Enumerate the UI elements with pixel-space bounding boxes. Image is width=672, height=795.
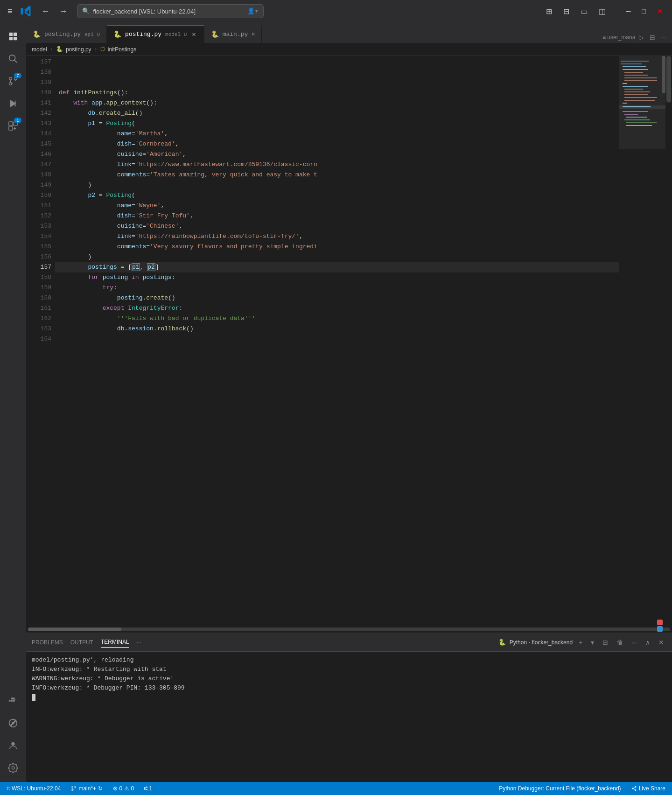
line-num-145: 145	[26, 139, 51, 149]
hamburger-button[interactable]: ≡	[6, 5, 14, 18]
breadcrumb-model[interactable]: model	[32, 46, 47, 53]
tab-posting-api[interactable]: 🐍 posting.py api U	[26, 25, 107, 43]
status-errors[interactable]: ⊗ 0 ⚠ 0	[110, 784, 137, 793]
layout-toggle[interactable]: ◫	[595, 5, 609, 18]
tab-main-subtitle: M	[252, 32, 255, 37]
sidebar-item-docker[interactable]	[3, 690, 23, 711]
code-line-141: with app.app_context():	[55, 98, 619, 108]
code-line-158: for posting in postings:	[55, 272, 619, 283]
svg-rect-14	[9, 700, 11, 702]
code-content[interactable]: def initPostings(): with app.app_context…	[55, 56, 619, 626]
close-button[interactable]: ✕	[653, 6, 666, 17]
svg-rect-47	[626, 125, 652, 126]
panel-tab-problems[interactable]: PROBLEMS	[32, 637, 63, 648]
new-terminal-button[interactable]: +	[576, 637, 585, 648]
sidebar-item-explorer[interactable]	[3, 26, 23, 47]
svg-rect-10	[15, 101, 16, 107]
svg-rect-27	[623, 69, 648, 70]
code-line-138	[55, 67, 619, 77]
code-line-151: name='Wayne',	[55, 201, 619, 211]
status-wsl[interactable]: ⌗ WSL: Ubuntu-22.04	[4, 784, 63, 793]
sidebar-item-source-control[interactable]: 7	[3, 71, 23, 91]
line-num-161: 161	[26, 303, 51, 314]
terminal-close-button[interactable]: ✕	[656, 637, 666, 648]
svg-rect-25	[621, 63, 642, 64]
sidebar-item-run[interactable]	[3, 93, 23, 114]
terminal-more-button[interactable]: ···	[629, 637, 639, 648]
scrollbar-thumb[interactable]	[666, 56, 671, 103]
code-line-164	[55, 334, 619, 344]
status-branch[interactable]: main*+ ↻	[68, 784, 105, 793]
panel-tab-terminal[interactable]: TERMINAL	[101, 637, 129, 648]
vscode-logo	[20, 5, 32, 17]
sidebar-item-settings[interactable]	[3, 758, 23, 778]
sidebar-item-remote[interactable]	[3, 713, 23, 733]
horizontal-scrollbar[interactable]	[26, 626, 672, 633]
panel-tab-output[interactable]: OUTPUT	[70, 637, 93, 648]
svg-point-4	[9, 55, 15, 61]
terminal-chevron-up[interactable]: ∧	[643, 637, 652, 648]
trash-terminal-button[interactable]: 🗑	[614, 637, 625, 648]
panel-tab-more[interactable]: ···	[137, 637, 141, 648]
minimap-svg	[619, 56, 665, 457]
breadcrumb-func[interactable]: initPostings	[108, 46, 136, 53]
tab-main-icon: 🐍	[211, 30, 219, 38]
terminal-dropdown[interactable]: ▾	[588, 637, 596, 648]
sidebar-item-search[interactable]	[3, 49, 23, 69]
svg-rect-32	[623, 83, 627, 84]
split-terminal-button[interactable]: ⊟	[600, 637, 610, 648]
svg-rect-0	[9, 33, 13, 36]
line-num-144: 144	[26, 129, 51, 139]
vertical-scrollbar[interactable]	[665, 56, 672, 626]
live-share-label: Live Share	[639, 785, 665, 792]
scrollbar-h-track[interactable]	[28, 628, 670, 631]
minimize-button[interactable]: ─	[623, 6, 635, 17]
status-live-share[interactable]: Live Share	[629, 784, 668, 793]
back-button[interactable]: ←	[38, 5, 54, 18]
sidebar-item-account[interactable]	[3, 735, 23, 756]
line-num-137: 137	[26, 57, 51, 67]
code-editor[interactable]: 137 138 139 140 141 142 143 144 145 146 …	[26, 56, 672, 626]
svg-point-51	[72, 789, 73, 791]
branch-label: main*+	[78, 785, 96, 792]
terminal-line-1: model/posting.py', reloading	[32, 656, 666, 665]
breadcrumb-file[interactable]: posting.py	[66, 46, 91, 53]
panel-toggle[interactable]: ▭	[577, 5, 591, 18]
code-line-144: name='Martha',	[55, 129, 619, 139]
tab-close-button[interactable]: ✕	[190, 30, 197, 39]
sidebar-item-extensions[interactable]: 1	[3, 116, 23, 136]
code-line-137	[55, 57, 619, 67]
line-num-158: 158	[26, 272, 51, 283]
code-line-152: dish='Stir Fry Tofu',	[55, 211, 619, 221]
layout-button[interactable]: ⊞	[542, 5, 556, 18]
breadcrumb-sep2: ›	[94, 46, 98, 53]
code-line-140: def initPostings():	[55, 88, 619, 98]
sidebar-toggle[interactable]: ⊟	[560, 5, 573, 18]
terminal-line-cursor	[32, 693, 666, 702]
maximize-button[interactable]: □	[638, 6, 650, 17]
minimap	[619, 56, 665, 626]
svg-point-50	[75, 787, 76, 788]
split-editor-button[interactable]: ⊟	[648, 32, 657, 43]
tab-subtitle-active: model U	[165, 32, 187, 37]
line-num-141: 141	[26, 98, 51, 108]
terminal-content[interactable]: model/posting.py', reloading INFO:werkze…	[26, 652, 672, 782]
tab-icon-active: 🐍	[113, 30, 121, 38]
status-port[interactable]: ⑆ 1	[141, 784, 155, 793]
line-num-159: 159	[26, 283, 51, 293]
remote-icon: ⌗	[7, 785, 10, 792]
code-line-159: try:	[55, 283, 619, 293]
search-bar[interactable]: 🔍 flocker_backend [WSL: Ubuntu-22.04] 👤▾	[77, 4, 264, 18]
svg-rect-1	[14, 33, 17, 36]
editor-area: 🐍 posting.py api U 🐍 posting.py model U …	[26, 22, 672, 782]
svg-rect-46	[626, 122, 657, 123]
forward-button[interactable]: →	[56, 5, 71, 18]
tab-main[interactable]: 🐍 main.py M	[204, 25, 262, 43]
terminal-cursor	[32, 694, 35, 701]
tab-posting-model[interactable]: 🐍 posting.py model U ✕	[107, 25, 204, 43]
svg-rect-31	[624, 80, 657, 81]
run-file-button[interactable]: ▷	[637, 32, 646, 43]
tab-more-button[interactable]: ···	[659, 32, 668, 43]
status-python-debugger[interactable]: Python Debugger: Current File (flocker_b…	[496, 784, 623, 793]
scrollbar-h-thumb[interactable]	[28, 628, 121, 631]
